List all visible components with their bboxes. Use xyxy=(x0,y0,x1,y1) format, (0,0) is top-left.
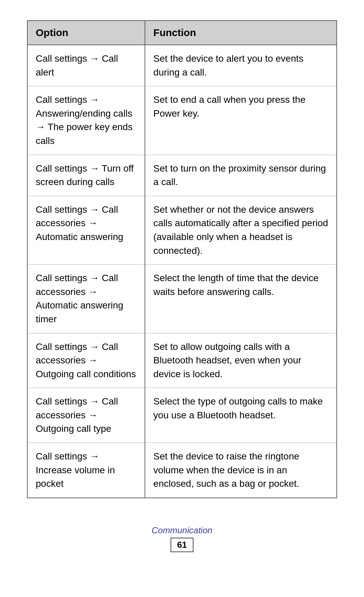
function-column-header: Function xyxy=(145,21,336,45)
table-cell-option: Call settings → Call accessories → Outgo… xyxy=(28,388,145,443)
table-cell-function: Set to end a call when you press the Pow… xyxy=(145,86,336,155)
table-row: Call settings → Call alertSet the device… xyxy=(28,45,336,86)
table-cell-option: Call settings → Call accessories → Autom… xyxy=(28,265,145,333)
table-cell-function: Set to allow outgoing calls with a Bluet… xyxy=(145,333,336,388)
main-table-container: Option Function Call settings → Call ale… xyxy=(27,20,337,498)
table-row: Call settings → Call accessories → Outgo… xyxy=(28,388,336,443)
table-cell-option: Call settings → Call accessories → Autom… xyxy=(28,196,145,264)
table-cell-function: Select the type of outgoing calls to mak… xyxy=(145,388,336,443)
table-cell-option: Call settings → Answering/ending calls →… xyxy=(28,86,145,155)
footer-label: Communication xyxy=(152,525,213,536)
table-cell-function: Set the device to alert you to events du… xyxy=(145,45,336,86)
table-cell-function: Set whether or not the device answers ca… xyxy=(145,196,336,264)
table-row: Call settings → Call accessories → Autom… xyxy=(28,265,336,333)
table-cell-function: Select the length of time that the devic… xyxy=(145,265,336,333)
table-cell-option: Call settings → Call accessories → Outgo… xyxy=(28,333,145,388)
page-footer: Communication 61 xyxy=(152,525,213,552)
table-row: Call settings → Answering/ending calls →… xyxy=(28,86,336,155)
settings-table: Option Function Call settings → Call ale… xyxy=(28,21,336,498)
table-row: Call settings → Call accessories → Outgo… xyxy=(28,333,336,388)
table-cell-function: Set to turn on the proximity sensor duri… xyxy=(145,155,336,196)
table-cell-option: Call settings → Call alert xyxy=(28,45,145,86)
table-cell-function: Set the device to raise the ringtone vol… xyxy=(145,443,336,498)
option-column-header: Option xyxy=(28,21,145,45)
table-cell-option: Call settings → Increase volume in pocke… xyxy=(28,443,145,498)
table-header-row: Option Function xyxy=(28,21,336,45)
footer-page-number: 61 xyxy=(171,538,194,552)
table-row: Call settings → Increase volume in pocke… xyxy=(28,443,336,498)
table-row: Call settings → Turn off screen during c… xyxy=(28,155,336,196)
table-cell-option: Call settings → Turn off screen during c… xyxy=(28,155,145,196)
table-row: Call settings → Call accessories → Autom… xyxy=(28,196,336,264)
